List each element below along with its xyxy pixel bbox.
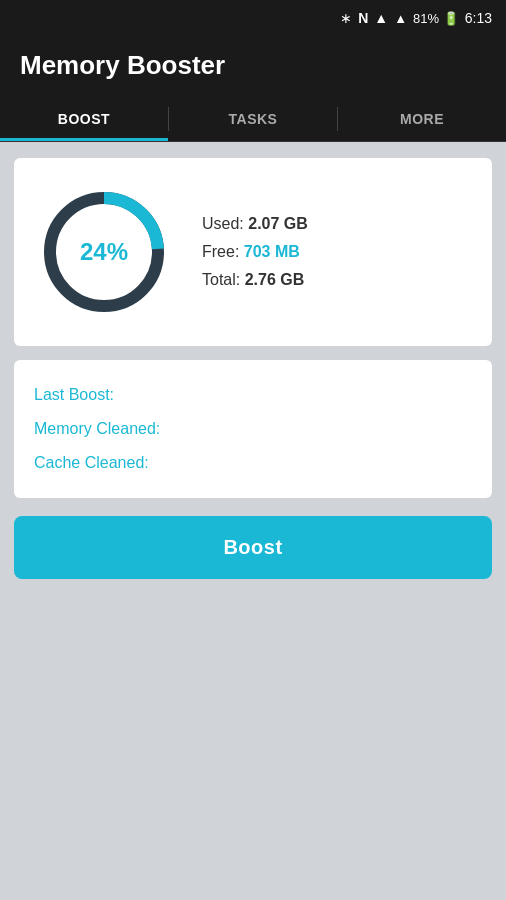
info-card: Last Boost: Memory Cleaned: Cache Cleane… xyxy=(14,360,492,498)
app-title: Memory Booster xyxy=(20,50,225,80)
bluetooth-icon: ∗ xyxy=(340,10,352,26)
clock: 6:13 xyxy=(465,10,492,26)
main-content: 24% Used: 2.07 GB Free: 703 MB Total: 2.… xyxy=(0,142,506,900)
battery-icon: 81% 🔋 xyxy=(413,11,459,26)
header: Memory Booster xyxy=(0,36,506,97)
tabs-bar: BOOST TASKS MORE xyxy=(0,97,506,142)
cache-cleaned-line: Cache Cleaned: xyxy=(34,454,472,472)
memory-stats: Used: 2.07 GB Free: 703 MB Total: 2.76 G… xyxy=(202,215,308,289)
status-icons: ∗ N ▲ ▲ 81% 🔋 6:13 xyxy=(340,10,492,26)
boost-button[interactable]: Boost xyxy=(14,516,492,579)
status-bar: ∗ N ▲ ▲ 81% 🔋 6:13 xyxy=(0,0,506,36)
used-stat: Used: 2.07 GB xyxy=(202,215,308,233)
memory-stats-card: 24% Used: 2.07 GB Free: 703 MB Total: 2.… xyxy=(14,158,492,346)
memory-cleaned-line: Memory Cleaned: xyxy=(34,420,472,438)
total-stat: Total: 2.76 GB xyxy=(202,271,308,289)
wifi-icon: ▲ xyxy=(374,10,388,26)
memory-donut-chart: 24% xyxy=(34,182,174,322)
donut-percentage: 24% xyxy=(80,238,128,266)
tab-boost[interactable]: BOOST xyxy=(0,97,168,141)
tab-tasks[interactable]: TASKS xyxy=(169,97,337,141)
free-stat: Free: 703 MB xyxy=(202,243,308,261)
signal-icon: ▲ xyxy=(394,11,407,26)
tab-more[interactable]: MORE xyxy=(338,97,506,141)
battery-percent: 81% xyxy=(413,11,439,26)
network-icon: N xyxy=(358,10,368,26)
last-boost-line: Last Boost: xyxy=(34,386,472,404)
